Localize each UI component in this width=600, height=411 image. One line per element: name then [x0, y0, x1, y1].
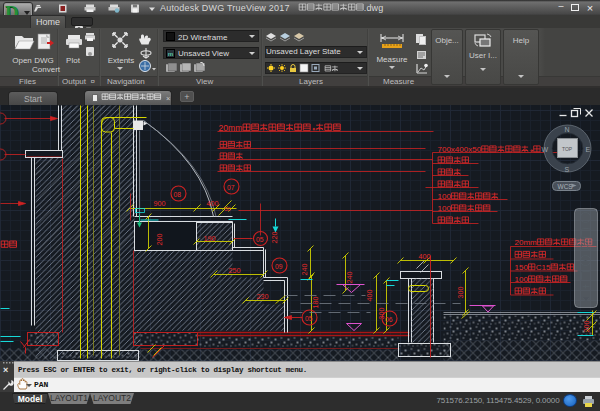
svg-text:240: 240: [300, 264, 309, 276]
svg-text:150: 150: [515, 263, 529, 272]
svg-text:230: 230: [257, 292, 269, 301]
svg-text:20mm: 20mm: [515, 238, 538, 247]
svg-text:E: E: [586, 146, 591, 153]
svg-text:900: 900: [154, 199, 166, 208]
svg-text:400: 400: [365, 290, 374, 302]
svg-text:05: 05: [256, 236, 264, 243]
svg-text:400: 400: [419, 252, 431, 261]
svg-text:400: 400: [207, 199, 219, 208]
svg-text:05: 05: [305, 315, 313, 322]
svg-text:W: W: [542, 146, 549, 153]
svg-text:180: 180: [311, 297, 320, 309]
svg-text:06: 06: [385, 316, 393, 323]
svg-text:09: 09: [275, 263, 283, 270]
svg-text:700x400x50: 700x400x50: [438, 145, 482, 154]
svg-text:07: 07: [227, 184, 235, 191]
svg-text:N: N: [565, 126, 570, 133]
svg-text:TOP: TOP: [562, 146, 573, 152]
svg-text:08: 08: [174, 191, 182, 198]
svg-text:C15: C15: [536, 263, 551, 272]
svg-text:20mm: 20mm: [219, 123, 243, 133]
svg-text:50: 50: [225, 206, 231, 212]
svg-text:240: 240: [345, 272, 354, 284]
svg-text:200: 200: [582, 321, 591, 333]
svg-text:100: 100: [438, 204, 452, 213]
svg-text:200: 200: [155, 234, 164, 246]
svg-text:190: 190: [204, 234, 216, 243]
svg-text:WCS: WCS: [558, 183, 574, 190]
svg-text:300: 300: [456, 287, 465, 299]
svg-text:100: 100: [515, 275, 529, 284]
svg-text:100: 100: [438, 192, 452, 201]
svg-text:220: 220: [270, 232, 279, 244]
svg-text:250: 250: [229, 266, 241, 275]
svg-text:S: S: [565, 166, 570, 173]
